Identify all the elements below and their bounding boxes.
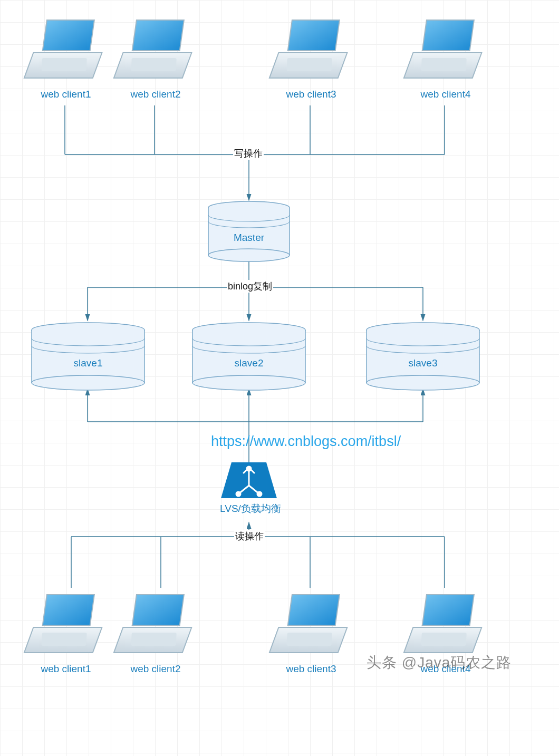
db-master-icon: Master: [208, 201, 290, 261]
diagram-canvas: Master slave1 slave2 slave3: [0, 0, 559, 756]
svg-rect-42: [367, 330, 479, 383]
db-slave-icon: slave3: [367, 323, 479, 390]
svg-point-38: [192, 375, 305, 390]
client-label: web client1: [29, 663, 103, 675]
svg-point-50: [236, 492, 240, 496]
lvs-label: LVS/负载均衡: [211, 502, 290, 516]
svg-rect-25: [421, 58, 466, 71]
read-label: 读操作: [234, 530, 265, 542]
svg-point-51: [257, 492, 262, 496]
write-label: 写操作: [233, 147, 264, 160]
db-slave-icon: slave2: [192, 323, 305, 390]
laptop-icon: [24, 20, 102, 78]
attribution-text: 头条 @Java码农之路: [367, 653, 512, 673]
connectors: Master slave1 slave2 slave3: [0, 0, 559, 756]
svg-rect-27: [208, 208, 290, 255]
laptop-icon: [114, 20, 192, 78]
client-label: web client1: [29, 89, 103, 100]
laptop-icon: [114, 595, 192, 653]
svg-rect-37: [192, 330, 305, 383]
svg-point-28: [208, 249, 290, 261]
client-label: web client4: [409, 89, 483, 100]
svg-rect-55: [421, 633, 466, 646]
svg-rect-24: [286, 58, 332, 71]
db-slave-icon: slave1: [32, 323, 144, 390]
laptop-icon: [269, 20, 348, 78]
svg-rect-22: [41, 58, 86, 71]
slave-label: slave1: [74, 357, 103, 369]
master-label: Master: [234, 232, 265, 243]
svg-rect-53: [131, 633, 176, 646]
client-label: web client2: [119, 89, 192, 100]
binlog-label: binlog复制: [227, 280, 273, 293]
url-text: https://www.cnblogs.com/itbsl/: [211, 433, 401, 450]
svg-rect-54: [286, 633, 332, 646]
slave-label: slave2: [235, 357, 264, 369]
svg-point-43: [367, 375, 479, 390]
svg-point-33: [32, 375, 144, 390]
client-label: web client3: [274, 663, 348, 675]
laptop-icon: [404, 20, 482, 78]
svg-rect-52: [41, 633, 86, 646]
laptop-icon: [404, 595, 482, 653]
laptop-icon: [269, 595, 348, 653]
client-label: web client2: [119, 663, 192, 675]
svg-rect-23: [131, 58, 176, 71]
client-label: web client3: [274, 89, 348, 100]
lvs-icon: [221, 462, 277, 498]
svg-rect-32: [32, 330, 144, 383]
slave-label: slave3: [409, 357, 438, 369]
laptop-icon: [24, 595, 102, 653]
